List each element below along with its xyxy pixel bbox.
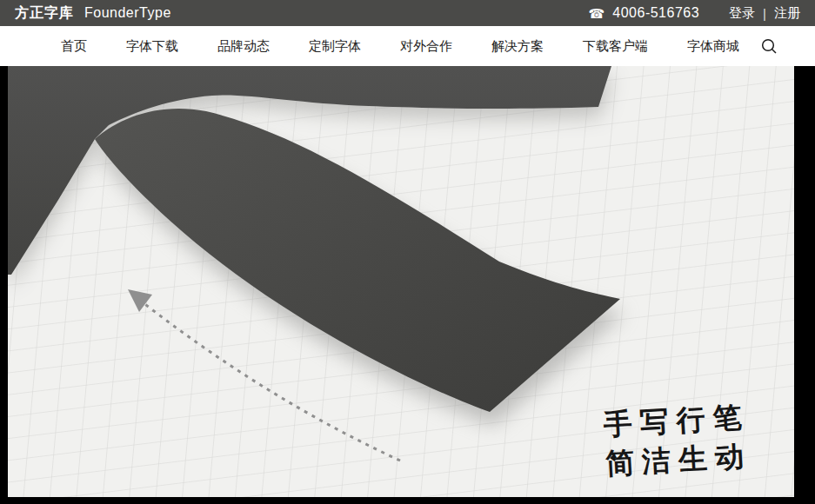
nav-item-home[interactable]: 首页 <box>61 38 87 55</box>
brand-logo[interactable]: 方正字库 FounderType <box>15 4 171 23</box>
main-nav: 首页 字体下载 品牌动态 定制字体 对外合作 解决方案 下载客户端 字体商城 <box>0 26 815 66</box>
brand-name-en: FounderType <box>84 5 171 21</box>
auth-links: 登录 | 注册 <box>729 5 800 22</box>
nav-item-cooperation[interactable]: 对外合作 <box>400 38 452 55</box>
register-link[interactable]: 注册 <box>774 5 800 22</box>
auth-separator: | <box>763 6 766 21</box>
nav-item-font-store[interactable]: 字体商城 <box>687 38 739 55</box>
nav-item-solutions[interactable]: 解决方案 <box>491 38 544 55</box>
nav-item-font-download[interactable]: 字体下载 <box>126 38 178 55</box>
hero-headline: 手写行笔 简洁生动 <box>602 397 752 483</box>
topbar: 方正字库 FounderType ☎ 4006-516763 登录 | 注册 <box>0 0 815 26</box>
search-icon[interactable] <box>759 36 778 56</box>
phone-icon: ☎ <box>589 7 605 20</box>
nav-item-download-client[interactable]: 下载客户端 <box>583 38 648 55</box>
hero-headline-line2: 简洁生动 <box>605 436 752 483</box>
nav-item-brand-news[interactable]: 品牌动态 <box>217 38 270 55</box>
login-link[interactable]: 登录 <box>729 5 755 22</box>
hero-section: 手写行笔 简洁生动 <box>0 66 815 504</box>
service-phone-number: 4006-516763 <box>612 5 699 21</box>
hero-banner[interactable]: 手写行笔 简洁生动 <box>8 66 794 497</box>
nav-items: 首页 字体下载 品牌动态 定制字体 对外合作 解决方案 下载客户端 字体商城 <box>61 38 739 55</box>
nav-item-custom-fonts[interactable]: 定制字体 <box>309 38 361 55</box>
brand-name-cn: 方正字库 <box>15 4 74 23</box>
topbar-right: ☎ 4006-516763 登录 | 注册 <box>589 5 800 22</box>
